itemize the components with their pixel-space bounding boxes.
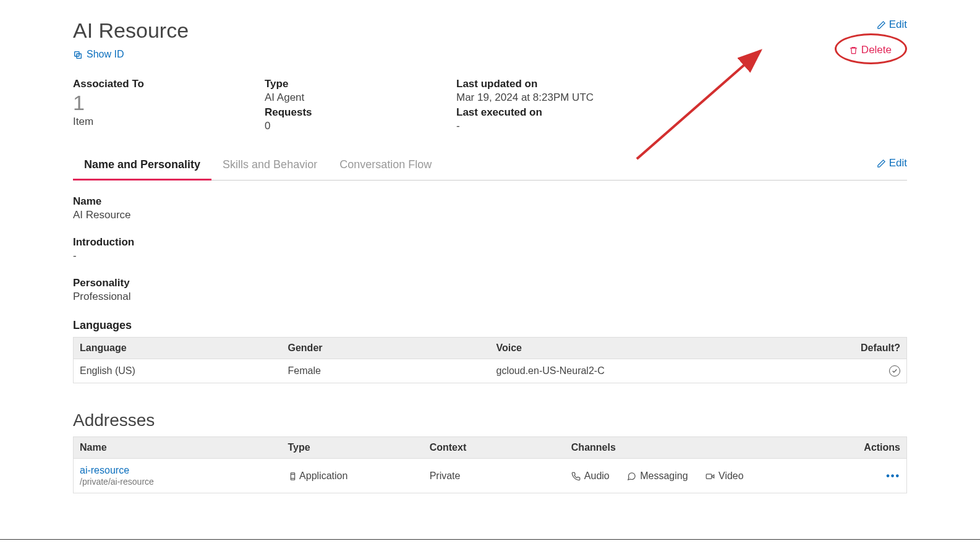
- table-row: English (US) Female gcloud.en-US-Neural2…: [74, 359, 907, 383]
- last-executed-value: -: [456, 120, 907, 132]
- address-type: Application: [299, 470, 347, 481]
- pencil-icon: [877, 19, 886, 31]
- phone-icon: [571, 470, 581, 482]
- addr-th-name: Name: [74, 437, 282, 459]
- addr-th-channels: Channels: [565, 437, 851, 459]
- lang-cell-voice: gcloud.en-US-Neural2-C: [490, 359, 851, 383]
- svg-rect-7: [706, 474, 712, 479]
- personality-value: Professional: [73, 291, 907, 303]
- table-row: ai-resource /private/ai-resource Applica…: [74, 459, 907, 493]
- svg-rect-4: [291, 473, 294, 480]
- channel-video: Video: [705, 470, 744, 482]
- edit-button-tab[interactable]: Edit: [877, 157, 907, 176]
- delete-button[interactable]: Delete: [849, 44, 892, 56]
- lang-th-gender: Gender: [282, 338, 490, 359]
- associated-to-label: Associated To: [73, 78, 265, 90]
- footer-divider: [0, 539, 980, 540]
- message-icon: [627, 470, 636, 482]
- pencil-icon: [877, 157, 886, 169]
- tab-conversation-flow[interactable]: Conversation Flow: [328, 152, 443, 181]
- application-icon: [288, 470, 300, 481]
- languages-label: Languages: [73, 319, 907, 332]
- address-name-link[interactable]: ai-resource: [80, 465, 129, 475]
- addr-th-actions: Actions: [851, 437, 907, 459]
- lang-th-voice: Voice: [490, 338, 851, 359]
- type-value: AI Agent: [265, 92, 456, 104]
- introduction-value: -: [73, 250, 907, 262]
- requests-label: Requests: [265, 106, 456, 119]
- channel-audio: Audio: [571, 470, 610, 482]
- last-updated-label: Last updated on: [456, 78, 907, 90]
- channel-messaging: Messaging: [627, 470, 688, 482]
- lang-th-language: Language: [74, 338, 282, 359]
- type-label: Type: [265, 78, 456, 90]
- personality-label: Personality: [73, 277, 907, 289]
- lang-th-default: Default?: [851, 338, 907, 359]
- associated-item: Item: [73, 116, 265, 128]
- name-value: AI Resource: [73, 209, 907, 221]
- last-executed-label: Last executed on: [456, 106, 907, 119]
- addr-th-context: Context: [424, 437, 565, 459]
- requests-value: 0: [265, 120, 456, 132]
- last-updated-value: Mar 19, 2024 at 8:23PM UTC: [456, 92, 907, 104]
- show-id-label: Show ID: [87, 49, 124, 60]
- video-icon: [705, 470, 715, 482]
- tab-skills-behavior[interactable]: Skills and Behavior: [211, 152, 328, 181]
- languages-table: Language Gender Voice Default? English (…: [73, 337, 907, 383]
- page-title: AI Resource: [73, 19, 189, 43]
- tab-name-personality[interactable]: Name and Personality: [73, 152, 211, 181]
- delete-label: Delete: [861, 44, 892, 56]
- associated-count[interactable]: 1: [73, 92, 265, 114]
- more-actions-button[interactable]: •••: [886, 470, 900, 482]
- edit-button-top[interactable]: Edit: [877, 19, 907, 31]
- introduction-label: Introduction: [73, 236, 907, 249]
- show-id-link[interactable]: Show ID: [73, 49, 124, 60]
- name-label: Name: [73, 195, 907, 208]
- check-circle-icon: [889, 365, 900, 377]
- addresses-table: Name Type Context Channels Actions ai-re…: [73, 436, 907, 493]
- lang-cell-language: English (US): [74, 359, 282, 383]
- addresses-title: Addresses: [73, 411, 907, 430]
- address-path: /private/ai-resource: [80, 477, 276, 487]
- delete-annotation-circle: Delete: [835, 33, 907, 64]
- edit-label: Edit: [889, 19, 907, 31]
- address-context: Private: [424, 459, 565, 493]
- trash-icon: [849, 44, 858, 56]
- edit-tab-label: Edit: [889, 157, 907, 169]
- copy-icon: [73, 49, 83, 60]
- addr-th-type: Type: [282, 437, 424, 459]
- lang-cell-gender: Female: [282, 359, 490, 383]
